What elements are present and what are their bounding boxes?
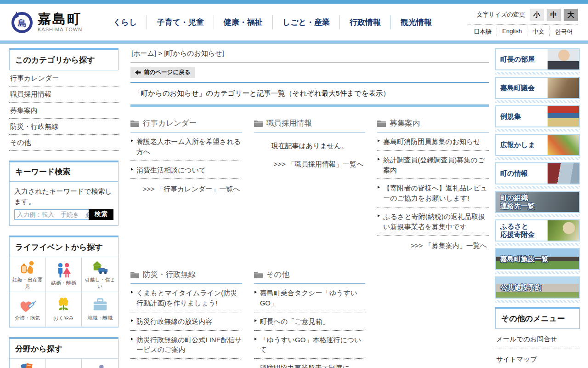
lang-english[interactable]: English <box>497 28 527 36</box>
arrow-bullet-icon <box>131 291 133 293</box>
sidebar-item-saiyo[interactable]: 職員採用情報 <box>9 86 119 103</box>
folder-icon <box>254 120 263 127</box>
article-link[interactable]: くまもとマイタイムライン(防災行動計画)を作りましょう! <box>130 284 242 312</box>
nav-kenko[interactable]: 健康・福祉 <box>214 15 272 29</box>
arrow-bullet-icon <box>131 139 133 142</box>
field-kokuho-iryo-nenkin[interactable]: 国保・医療年金 <box>10 359 46 368</box>
nav-gyosei[interactable]: 行政情報 <box>339 15 390 29</box>
breadcrumb-current[interactable]: [町からのお知らせ] <box>164 49 224 57</box>
town-photo <box>548 163 579 184</box>
article-link[interactable]: 【寄附者の皆様へ】返礼品レビューのご協力をお願いします! <box>377 179 489 207</box>
life-events-box: ライフイベントから探す 妊娠・出産育児 <box>9 236 119 328</box>
language-switcher: 日本語 English 中文 한국어 <box>469 24 578 36</box>
article-link[interactable]: 嘉島町乗合タクシー「ゆうすいGO」 <box>254 284 366 312</box>
banner-facilities-list[interactable]: 嘉島町施設一覧 <box>495 248 580 270</box>
category-more-link[interactable]: >>> 「募集案内」一覧へ <box>377 236 489 250</box>
books-photo <box>548 106 579 126</box>
banner-mayors-room[interactable]: 町長の部屋 <box>495 48 580 70</box>
category-more-link[interactable]: >>> 「行事カレンダー」一覧へ <box>130 179 242 194</box>
article-link[interactable]: 防災行政無線の町公式LINE配信サービスのご案内 <box>130 331 242 359</box>
council-photo <box>548 78 579 98</box>
site-logo[interactable]: 島 嘉島町 KASHIMA TOWN <box>10 11 82 34</box>
article-link[interactable]: 「ゆうすいGO」本格運行について <box>254 331 366 359</box>
category-title: 募集案内 <box>390 118 420 128</box>
sidebar-item-gyoji-calendar[interactable]: 行事カレンダー <box>9 70 119 86</box>
menu-item-sitemap[interactable]: サイトマップ <box>495 349 580 368</box>
folder-icon <box>377 120 386 127</box>
top-accent-bar <box>0 0 588 4</box>
sidebar-item-bosai[interactable]: 防災・行政無線 <box>9 119 119 135</box>
folder-icon <box>254 271 263 278</box>
category-title: 行事カレンダー <box>143 118 197 128</box>
local-products-photo <box>548 220 579 241</box>
banner-furusato-donation[interactable]: ふるさと応援寄附金 <box>495 219 580 242</box>
life-event-care-sickness[interactable]: 介護・病気 <box>10 292 46 327</box>
svg-text:島: 島 <box>18 18 27 28</box>
article-link[interactable]: 嘉島町消防団員募集のお知らせ <box>377 132 489 151</box>
site-title: 嘉島町 <box>38 12 82 26</box>
article-link[interactable]: ふるさと寄附(納税)の返礼品取扱い新規事業者を募集中です <box>377 207 489 236</box>
lang-japanese[interactable]: 日本語 <box>469 28 497 36</box>
header-accent-strip <box>0 40 588 44</box>
font-size-large-button[interactable]: 大 <box>564 9 578 21</box>
global-nav: くらし 子育て・児童 健康・福祉 しごと・産業 行政情報 観光情報 <box>103 15 441 29</box>
main-content: [ホーム] > [町からのお知らせ] 前のページに戻る 「町からのお知らせ」のカ… <box>130 48 489 368</box>
life-event-marriage[interactable]: 結婚・離婚 <box>46 257 82 292</box>
couple-icon <box>55 262 72 279</box>
category-title: 防災・行政無線 <box>143 270 196 280</box>
keyword-search-input[interactable] <box>14 209 95 220</box>
fields-box: 分野から探す 国保・医療年金 <box>9 337 119 368</box>
banner-facility-reservation[interactable]: 公共施設予約 <box>495 276 580 299</box>
sidebar-item-boshu[interactable]: 募集案内 <box>9 103 119 119</box>
field-tax[interactable]: ¥ 税金 <box>46 359 82 368</box>
category-grid: 行事カレンダー 養護老人ホーム入所を希望される方へ 消費生活相談について >>>… <box>130 118 489 368</box>
category-box-title: このカテゴリから探す <box>9 48 119 70</box>
article-link[interactable]: 統計調査員(登録調査員)募集のご案内 <box>377 151 489 179</box>
header-utilities: 文字サイズの変更 小 中 大 日本語 English 中文 한국어 <box>469 9 578 36</box>
arrow-bullet-icon <box>131 319 133 322</box>
elderly-cane-icon <box>91 364 109 368</box>
back-button[interactable]: 前のページに戻る <box>130 67 195 78</box>
search-button[interactable]: 検索 <box>89 209 113 220</box>
arrow-bullet-icon <box>131 338 133 340</box>
menu-item-mail-contact[interactable]: メールでのお問合せ <box>495 329 580 349</box>
banner-town-council[interactable]: 嘉島町議会 <box>495 77 580 99</box>
life-event-employment[interactable]: 就職・離職 <box>82 292 118 327</box>
font-size-small-button[interactable]: 小 <box>530 9 544 21</box>
empty-message: 現在記事はありません。 <box>254 132 366 154</box>
banner-regulations[interactable]: 例規集 <box>495 105 580 127</box>
font-size-label: 文字サイズの変更 <box>477 11 525 19</box>
arrow-bullet-icon <box>378 214 380 217</box>
breadcrumb-home[interactable]: [ホーム] <box>131 49 156 57</box>
category-gyoji-calendar: 行事カレンダー 養護老人ホーム入所を希望される方へ 消費生活相談について >>>… <box>130 118 242 194</box>
category-more-link[interactable]: >>> 「職員採用情報」一覧へ <box>254 154 366 169</box>
life-event-moving[interactable]: 引越し・住まい <box>82 257 118 292</box>
keyword-search-box: キーワード検索 入力されたキーワードで検索します。 検索 <box>9 161 119 226</box>
category-link-list: 行事カレンダー 職員採用情報 募集案内 防災・行政無線 その他 <box>9 70 119 151</box>
folder-icon <box>130 120 139 127</box>
banner-org-contacts[interactable]: 町の組織連絡先一覧 <box>495 191 580 213</box>
lang-chinese[interactable]: 中文 <box>527 28 549 36</box>
folder-icon <box>130 271 139 278</box>
nav-shigoto[interactable]: しごと・産業 <box>272 15 339 29</box>
nav-kurashi[interactable]: くらし <box>103 15 147 29</box>
keyword-search-description: 入力されたキーワードで検索します。 <box>14 186 113 207</box>
banner-town-info[interactable]: 町の情報 <box>495 162 580 184</box>
field-kaigo-hoken[interactable]: 介護保険 <box>82 359 118 368</box>
lang-korean[interactable]: 한국어 <box>549 28 578 36</box>
nav-kanko[interactable]: 観光情報 <box>390 15 441 29</box>
arrow-bullet-icon <box>254 291 257 293</box>
booklets-icon <box>19 361 36 368</box>
banner-koho-kashima[interactable]: 広報かしま <box>495 134 580 156</box>
font-size-medium-button[interactable]: 中 <box>547 9 561 21</box>
article-link[interactable]: 養護老人ホーム入所を希望される方へ <box>130 132 242 161</box>
article-link[interactable]: 町長への「ご意見箱」 <box>254 312 366 331</box>
life-event-condolence[interactable]: おくやみ <box>46 292 82 327</box>
baby-bottle-icon <box>19 259 36 276</box>
nav-kosodate[interactable]: 子育て・児童 <box>147 15 213 29</box>
article-link[interactable]: 消費生活相談について <box>130 161 242 179</box>
article-link[interactable]: 防災行政無線の放送内容 <box>130 312 242 331</box>
article-link[interactable]: 消防団協力事業所表示制度に <box>254 359 366 368</box>
sidebar-item-sonota[interactable]: その他 <box>9 135 119 151</box>
life-event-pregnancy[interactable]: 妊娠・出産育児 <box>10 257 46 292</box>
